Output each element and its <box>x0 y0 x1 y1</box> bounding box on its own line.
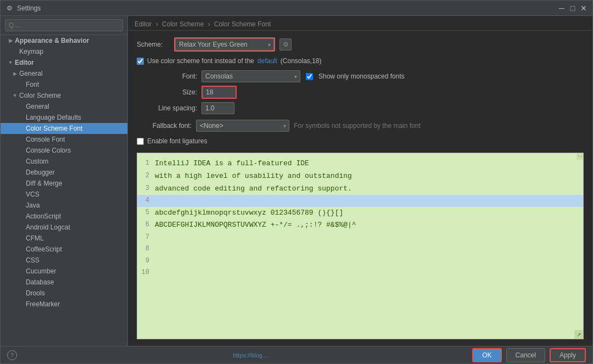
sidebar-item-coffeescript[interactable]: CoffeeScript <box>1 244 127 255</box>
sidebar: ▶ Appearance & Behavior Keymap ▼ Editor … <box>1 16 128 346</box>
default-font-detail: (Consolas,18) <box>281 57 322 65</box>
code-line: 6ABCDEFGHIJKLMNOPQRSTUVWXYZ +-*/= .,;:!?… <box>137 219 583 232</box>
sidebar-item-color-scheme[interactable]: ▼ Color Scheme <box>1 90 127 101</box>
code-line: 1IntelliJ IDEA is a full-featured IDE <box>137 158 583 170</box>
sidebar-item-label: Color Scheme Font <box>26 125 82 132</box>
show-monospaced-label: Show only monospaced fonts <box>318 72 405 80</box>
window-title: Settings <box>17 4 557 12</box>
sidebar-item-java[interactable]: Java <box>1 200 127 211</box>
breadcrumb-sep-2: › <box>208 20 211 28</box>
sidebar-item-debugger[interactable]: Debugger <box>1 167 127 178</box>
line-spacing-input[interactable] <box>202 102 234 114</box>
search-input[interactable] <box>5 19 123 31</box>
arrow-icon: ▼ <box>12 93 18 98</box>
code-line: 3advanced code editing and refactoring s… <box>137 183 583 195</box>
scheme-select[interactable]: Relax Your Eyes Green Default Darcula Hi… <box>175 38 274 51</box>
sidebar-item-cfml[interactable]: CFML <box>1 233 127 244</box>
sidebar-item-android-logcat[interactable]: Android Logcat <box>1 222 127 233</box>
cancel-button[interactable]: Cancel <box>506 348 545 362</box>
sidebar-item-console-font[interactable]: Console Font <box>1 134 127 145</box>
minimize-button[interactable]: ─ <box>557 4 566 13</box>
show-monospaced-checkbox[interactable] <box>306 73 313 80</box>
sidebar-item-label: General <box>26 103 49 110</box>
sidebar-item-appearance[interactable]: ▶ Appearance & Behavior <box>1 35 127 46</box>
line-spacing-control-wrap <box>202 102 584 114</box>
code-line: 9 <box>137 255 583 267</box>
font-form-grid: Font: Consolas Arial Courier New Monaco … <box>137 70 584 114</box>
fallback-select-wrap: <None> Arial Times New Roman ▾ <box>196 120 289 132</box>
sidebar-item-label: General <box>19 70 43 77</box>
line-content: abcdefghijklmnopqrstuvwxyz 0123456789 ()… <box>155 208 343 219</box>
help-button[interactable]: ? <box>7 350 17 360</box>
sidebar-item-label: Font <box>26 81 39 88</box>
code-line: 5abcdefghijklmnopqrstuvwxyz 0123456789 (… <box>137 207 583 220</box>
use-font-checkbox[interactable] <box>137 58 144 65</box>
arrow-icon: ▶ <box>7 38 14 43</box>
ligature-row: Enable font ligatures <box>137 137 584 145</box>
sidebar-item-label: FreeMarker <box>26 300 60 308</box>
use-font-checkbox-row: Use color scheme font instead of the def… <box>137 57 584 65</box>
sidebar-item-cs-font[interactable]: Color Scheme Font <box>1 123 127 134</box>
main-panel: Editor › Color Scheme › Color Scheme Fon… <box>128 16 592 346</box>
sidebar-item-vcs[interactable]: VCS <box>1 189 127 200</box>
scheme-row: Scheme: Relax Your Eyes Green Default Da… <box>137 37 584 52</box>
scheme-gear-button[interactable]: ⚙ <box>279 38 292 51</box>
sidebar-item-actionscript[interactable]: ActionScript <box>1 211 127 222</box>
size-control-wrap <box>202 86 584 99</box>
sidebar-item-label: CFML <box>26 234 44 242</box>
line-number: 7 <box>137 232 155 243</box>
sidebar-item-diff-merge[interactable]: Diff & Merge <box>1 178 127 189</box>
close-button[interactable]: ✕ <box>579 4 588 13</box>
line-content: ABCDEFGHIJKLMNOPQRSTUVWXYZ +-*/= .,;:!? … <box>155 220 356 231</box>
sidebar-item-editor[interactable]: ▼ Editor <box>1 57 127 68</box>
line-number: 1 <box>137 158 155 170</box>
sidebar-item-label: Editor <box>15 59 34 66</box>
sidebar-item-cs-general[interactable]: General <box>1 101 127 112</box>
fallback-select[interactable]: <None> Arial Times New Roman <box>196 120 289 132</box>
size-input[interactable] <box>203 87 236 98</box>
breadcrumb-sep-1: › <box>156 20 160 28</box>
sidebar-item-general[interactable]: ▶ General <box>1 68 127 79</box>
preview-container: ⋯ 1IntelliJ IDEA is a full-featured IDE2… <box>137 153 584 339</box>
app-icon: ⚙ <box>5 4 14 13</box>
sidebar-item-drools[interactable]: Drools <box>1 288 127 299</box>
code-line: 2with a high level of usability and outs… <box>137 170 583 183</box>
font-select[interactable]: Consolas Arial Courier New Monaco <box>202 70 300 82</box>
sidebar-item-lang-defaults[interactable]: Language Defaults <box>1 112 127 123</box>
sidebar-item-label: Color Scheme <box>19 92 61 99</box>
code-line: 10 <box>137 267 583 278</box>
sidebar-item-label: Diff & Merge <box>26 180 62 187</box>
expand-preview-button[interactable]: ↗ <box>574 330 583 339</box>
sidebar-item-label: CSS <box>26 256 40 264</box>
sidebar-item-keymap[interactable]: Keymap <box>1 46 127 57</box>
panel-content: Scheme: Relax Your Eyes Green Default Da… <box>128 31 592 346</box>
default-font-link[interactable]: default <box>258 57 277 65</box>
ligatures-label: Enable font ligatures <box>147 137 207 145</box>
sidebar-item-console-colors[interactable]: Console Colors <box>1 145 127 156</box>
sidebar-item-css[interactable]: CSS <box>1 255 127 266</box>
sidebar-item-label: VCS <box>26 191 40 198</box>
sidebar-item-label: CoffeeScript <box>26 245 62 253</box>
sidebar-item-label: Cucumber <box>26 267 56 275</box>
code-line: 7 <box>137 232 583 243</box>
sidebar-item-freemarker[interactable]: FreeMarker <box>1 299 127 310</box>
sidebar-item-label: Custom <box>26 158 48 165</box>
breadcrumb-part-3: Color Scheme Font <box>214 20 271 28</box>
sidebar-item-font[interactable]: Font <box>1 79 127 90</box>
scheme-select-wrap: Relax Your Eyes Green Default Darcula Hi… <box>174 37 275 52</box>
sidebar-item-label: Keymap <box>19 48 43 55</box>
sidebar-item-label: Console Colors <box>26 147 71 154</box>
ok-button[interactable]: OK <box>472 348 501 362</box>
title-bar: ⚙ Settings ─ □ ✕ <box>1 1 592 16</box>
url-hint: https://blog... <box>28 352 472 359</box>
apply-button[interactable]: Apply <box>550 348 586 362</box>
maximize-button[interactable]: □ <box>568 4 577 13</box>
fallback-row: Fallback font: <None> Arial Times New Ro… <box>137 120 584 132</box>
arrow-icon: ▼ <box>7 60 14 65</box>
sidebar-item-label: Java <box>26 201 40 209</box>
sidebar-item-cucumber[interactable]: Cucumber <box>1 266 127 277</box>
sidebar-item-custom[interactable]: Custom <box>1 156 127 167</box>
sidebar-item-label: Android Logcat <box>26 223 70 231</box>
sidebar-item-database[interactable]: Database <box>1 277 127 288</box>
ligatures-checkbox[interactable] <box>137 138 144 145</box>
